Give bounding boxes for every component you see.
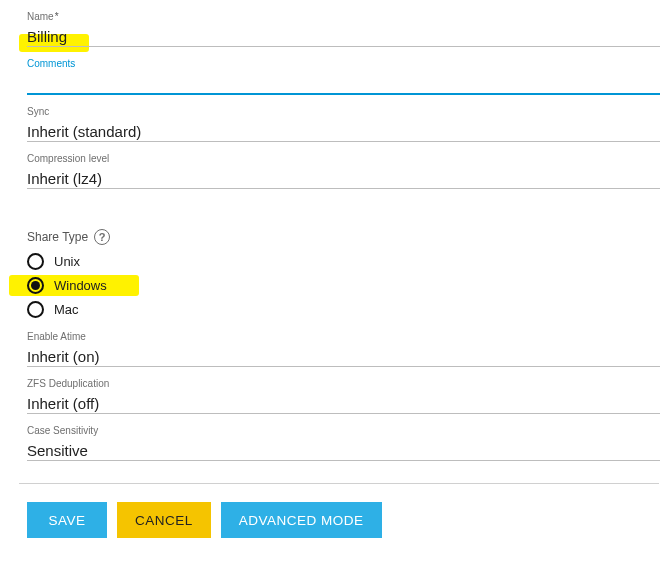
sync-field: Sync Inherit (standard) (27, 105, 660, 142)
atime-label: Enable Atime (27, 330, 660, 344)
advanced-mode-button[interactable]: ADVANCED MODE (221, 502, 382, 538)
radio-label: Unix (54, 254, 80, 269)
name-input[interactable] (27, 24, 660, 46)
cancel-button[interactable]: CANCEL (117, 502, 211, 538)
dedup-field: ZFS Deduplication Inherit (off) (27, 377, 660, 414)
comments-field: Comments (27, 57, 660, 95)
dedup-select[interactable]: Inherit (off) (27, 391, 660, 413)
sync-select[interactable]: Inherit (standard) (27, 119, 660, 141)
save-button[interactable]: SAVE (27, 502, 107, 538)
share-type-radio-windows[interactable]: Windows (27, 277, 660, 294)
name-label: Name* (27, 10, 660, 24)
separator (19, 483, 659, 484)
radio-label: Mac (54, 302, 79, 317)
radio-outer-icon (27, 301, 44, 318)
atime-field: Enable Atime Inherit (on) (27, 330, 660, 367)
radio-label: Windows (54, 278, 107, 293)
radio-outer-icon (27, 277, 44, 294)
compression-select[interactable]: Inherit (lz4) (27, 166, 660, 188)
atime-select[interactable]: Inherit (on) (27, 344, 660, 366)
sync-label: Sync (27, 105, 660, 119)
share-type-row: Share Type ? (27, 229, 660, 245)
casesens-label: Case Sensitivity (27, 424, 660, 438)
compression-field: Compression level Inherit (lz4) (27, 152, 660, 189)
compression-label: Compression level (27, 152, 660, 166)
name-field: Name* (27, 10, 660, 47)
comments-label: Comments (27, 57, 660, 71)
help-icon[interactable]: ? (94, 229, 110, 245)
actions-row: SAVE CANCEL ADVANCED MODE (27, 502, 660, 538)
casesens-field: Case Sensitivity Sensitive (27, 424, 660, 461)
casesens-select[interactable]: Sensitive (27, 438, 660, 460)
dedup-label: ZFS Deduplication (27, 377, 660, 391)
radio-outer-icon (27, 253, 44, 270)
share-type-label: Share Type (27, 230, 88, 244)
share-type-radio-group: Unix Windows Mac (27, 253, 660, 318)
share-type-radio-unix[interactable]: Unix (27, 253, 660, 270)
share-type-radio-mac[interactable]: Mac (27, 301, 660, 318)
comments-input[interactable] (27, 71, 660, 93)
